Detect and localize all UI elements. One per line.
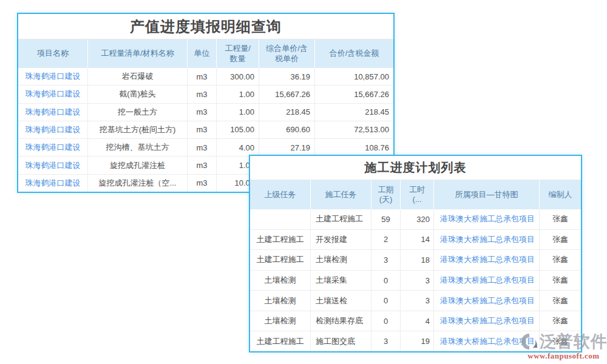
project-cell: 珠海鹤港口建设 <box>18 68 88 85</box>
fanpu-url-text: www.fanpusoft.com <box>520 351 607 361</box>
table-row: 土壤检测 土壤采集 0 3 港珠澳大桥施工总承包项目 张鑫 <box>250 270 581 291</box>
table2-body: 土建工程施工 59 320 港珠澳大桥施工总承包项目 张鑫 土建工程施工 开发报… <box>250 209 581 351</box>
col-header-unit: 单位 <box>188 39 217 68</box>
table-row: 土建工程施工 59 320 港珠澳大桥施工总承包项目 张鑫 <box>250 209 581 229</box>
amount-cell: 15,667.26 <box>315 86 393 103</box>
hours-cell: 320 <box>401 209 434 229</box>
project-link[interactable]: 珠海鹤港口建设 <box>25 107 81 118</box>
col-header-boq-material-name: 工程量清单/材料名称 <box>88 39 188 68</box>
unit-cell: m3 <box>188 86 217 103</box>
gantt-project-link[interactable]: 港珠澳大桥施工总承包项目 <box>440 336 535 347</box>
item-cell: 旋挖成孔灌注桩（空... <box>88 175 188 192</box>
hours-cell: 19 <box>401 331 434 351</box>
price-cell: 15,667.26 <box>259 86 315 103</box>
col-header-quantity: 工程量/ 数量 <box>217 39 259 68</box>
task-cell: 土建工程施工 <box>311 209 371 229</box>
project-link[interactable]: 珠海鹤港口建设 <box>25 124 81 135</box>
unit-cell: m3 <box>188 104 217 121</box>
qty-cell: 1.00 <box>217 104 259 121</box>
gantt-project-cell: 港珠澳大桥施工总承包项目 <box>434 271 540 291</box>
gantt-project-link[interactable]: 港珠澳大桥施工总承包项目 <box>440 295 535 306</box>
qty-cell: 105.00 <box>217 121 259 138</box>
days-cell: 0 <box>371 291 401 311</box>
task-cell: 开发报建 <box>311 230 371 250</box>
col-header-unit-price: 综合单价/含 税单价 <box>259 39 315 68</box>
gantt-project-cell: 港珠澳大桥施工总承包项目 <box>434 311 540 331</box>
project-cell: 珠海鹤港口建设 <box>18 86 88 103</box>
item-cell: 挖沟槽、基坑土方 <box>88 139 188 156</box>
hours-cell: 3 <box>401 271 434 291</box>
table-row: 土壤检测 检测结果存底 0 4 港珠澳大桥施工总承包项目 张鑫 <box>250 311 581 331</box>
gantt-project-cell: 港珠澳大桥施工总承包项目 <box>434 291 540 311</box>
project-link[interactable]: 珠海鹤港口建设 <box>25 142 81 153</box>
task-cell: 施工图交底 <box>311 331 371 351</box>
project-link[interactable]: 珠海鹤港口建设 <box>25 71 81 82</box>
parent-task-cell: 土建工程施工 <box>250 230 311 250</box>
days-cell: 0 <box>371 311 401 331</box>
table2-header-row: 上级任务 施工任务 工期 (天) 工时 (... 所属项目—甘特图 编制人 <box>250 180 581 209</box>
gantt-project-link[interactable]: 港珠澳大桥施工总承包项目 <box>440 275 535 286</box>
project-link[interactable]: 珠海鹤港口建设 <box>25 89 81 99</box>
table1-header-row: 项目名称 工程量清单/材料名称 单位 工程量/ 数量 综合单价/含 税单价 合价… <box>18 39 393 68</box>
unit-cell: m3 <box>188 121 217 138</box>
parent-task-cell: 土建工程施工 <box>250 250 311 270</box>
qty-cell: 300.00 <box>217 68 259 85</box>
parent-task-cell <box>250 209 311 229</box>
item-cell: 岩石爆破 <box>88 68 188 85</box>
col-header-work-hours: 工时 (... <box>401 180 434 209</box>
hours-cell: 14 <box>401 230 434 250</box>
amount-cell: 218.45 <box>315 104 393 121</box>
gantt-project-link[interactable]: 港珠澳大桥施工总承包项目 <box>440 234 535 245</box>
table-row: 珠海鹤港口建设 挖沟槽、基坑土方 m3 4.00 27.19 108.76 <box>18 138 393 156</box>
price-cell: 218.45 <box>259 104 315 121</box>
gantt-project-cell: 港珠澳大桥施工总承包项目 <box>434 250 540 270</box>
price-cell: 36.19 <box>259 68 315 85</box>
author-cell: 张鑫 <box>540 230 581 250</box>
author-cell: 张鑫 <box>540 291 581 311</box>
author-cell: 张鑫 <box>540 331 581 351</box>
task-cell: 土壤检测 <box>311 250 371 270</box>
project-link[interactable]: 珠海鹤港口建设 <box>25 160 81 171</box>
author-cell: 张鑫 <box>540 311 581 331</box>
parent-task-cell: 土建工程施工 <box>250 331 311 351</box>
gantt-project-link[interactable]: 港珠澳大桥施工总承包项目 <box>440 214 535 224</box>
item-cell: 截(凿)桩头 <box>88 86 188 103</box>
parent-task-cell: 土壤检测 <box>250 291 311 311</box>
gantt-project-link[interactable]: 港珠澳大桥施工总承包项目 <box>440 315 535 326</box>
price-cell: 690.60 <box>259 121 315 138</box>
hours-cell: 4 <box>401 311 434 331</box>
gantt-project-cell: 港珠澳大桥施工总承包项目 <box>434 230 540 250</box>
task-cell: 土壤采集 <box>311 271 371 291</box>
table1-title: 产值进度填报明细查询 <box>18 14 393 39</box>
task-cell: 土壤送检 <box>311 291 371 311</box>
gantt-project-cell: 港珠澳大桥施工总承包项目 <box>434 209 540 229</box>
amount-cell: 108.76 <box>315 139 393 156</box>
col-header-construction-task: 施工任务 <box>311 180 371 209</box>
author-cell: 张鑫 <box>540 271 581 291</box>
table-row: 珠海鹤港口建设 挖一般土方 m3 1.00 218.45 218.45 <box>18 103 393 121</box>
author-cell: 张鑫 <box>540 250 581 270</box>
gantt-project-link[interactable]: 港珠澳大桥施工总承包项目 <box>440 254 535 265</box>
project-link[interactable]: 珠海鹤港口建设 <box>25 178 81 189</box>
amount-cell: 10,857.00 <box>315 68 393 85</box>
parent-task-cell: 土壤检测 <box>250 311 311 331</box>
col-header-project-gantt: 所属项目—甘特图 <box>434 180 540 209</box>
days-cell: 0 <box>371 271 401 291</box>
table2-title: 施工进度计划列表 <box>250 156 581 180</box>
unit-cell: m3 <box>188 175 217 192</box>
table-row: 土壤检测 土壤送检 0 3 港珠澳大桥施工总承包项目 张鑫 <box>250 290 581 311</box>
construction-schedule-card: 施工进度计划列表 上级任务 施工任务 工期 (天) 工时 (... 所属项目—甘… <box>249 155 582 352</box>
project-cell: 珠海鹤港口建设 <box>18 157 88 174</box>
project-cell: 珠海鹤港口建设 <box>18 104 88 121</box>
project-cell: 珠海鹤港口建设 <box>18 121 88 138</box>
days-cell: 2 <box>371 230 401 250</box>
table-row: 土建工程施工 土壤检测 3 18 港珠澳大桥施工总承包项目 张鑫 <box>250 249 581 270</box>
project-cell: 珠海鹤港口建设 <box>18 139 88 156</box>
table-row: 土建工程施工 施工图交底 3 19 港珠澳大桥施工总承包项目 张鑫 <box>250 331 581 351</box>
item-cell: 挖基坑土方(桩间土方) <box>88 121 188 138</box>
table-row: 珠海鹤港口建设 挖基坑土方(桩间土方) m3 105.00 690.60 72,… <box>18 121 393 138</box>
table-row: 珠海鹤港口建设 截(凿)桩头 m3 1.00 15,667.26 15,667.… <box>18 85 393 103</box>
unit-cell: m3 <box>188 68 217 85</box>
project-cell: 珠海鹤港口建设 <box>18 175 88 192</box>
table-row: 珠海鹤港口建设 岩石爆破 m3 300.00 36.19 10,857.00 <box>18 68 393 85</box>
